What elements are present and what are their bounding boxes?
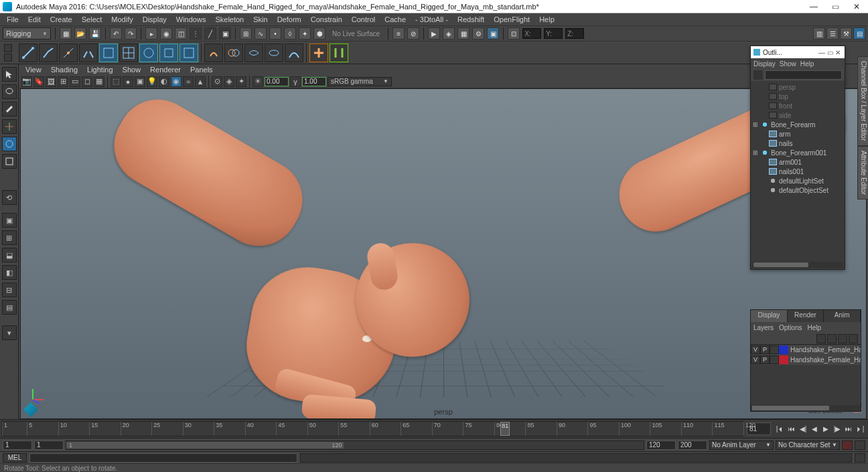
step-back-button[interactable]: ◀| — [798, 424, 808, 435]
wire-deformer-icon[interactable] — [244, 44, 263, 62]
layer-display-type[interactable] — [770, 345, 779, 354]
outliner-item-side[interactable]: side — [752, 110, 843, 120]
camera-select-icon[interactable]: 📷 — [21, 76, 32, 87]
menu-constrain[interactable]: Constrain — [307, 15, 346, 23]
menu-cache[interactable]: Cache — [380, 15, 410, 23]
snap-live-icon[interactable]: ✦ — [299, 27, 311, 40]
script-editor-icon[interactable] — [855, 453, 865, 463]
film-gate-icon[interactable]: ▭ — [70, 76, 80, 87]
viewport[interactable]: persp Symmetry: Off Soft Select: Off — [20, 88, 867, 419]
set-key-icon[interactable] — [855, 441, 865, 450]
range-end-inner-field[interactable]: 120 — [646, 441, 676, 450]
make-live-icon[interactable]: ⬢ — [313, 27, 326, 40]
expand-icon[interactable]: ⊞ — [752, 121, 759, 128]
outliner-minimize-button[interactable]: — — [818, 49, 826, 56]
gate-mask-icon[interactable]: ▦ — [94, 76, 104, 87]
wrap-deformer-icon[interactable] — [265, 44, 283, 62]
outliner-item-bone-forearm[interactable]: ⊞Bone_Forearm — [752, 120, 843, 129]
go-to-start-button[interactable]: |⏴ — [775, 424, 786, 435]
shelf-tab-menu-icon[interactable] — [4, 44, 12, 52]
shelf-edit-icon[interactable] — [4, 54, 12, 62]
wireframe-icon[interactable]: ⬚ — [111, 76, 121, 87]
bookmarks-icon[interactable]: 🔖 — [33, 76, 44, 87]
render-region-icon[interactable]: ▦ — [457, 27, 469, 40]
menu-file[interactable]: File — [3, 15, 23, 23]
close-button[interactable]: ✕ — [852, 2, 861, 11]
select-hierarchy-icon[interactable]: ▸ — [145, 27, 157, 40]
tab-render[interactable]: Render — [788, 310, 824, 322]
grid-toggle-icon[interactable]: ⊞ — [58, 76, 68, 87]
menu-display[interactable]: Display — [139, 15, 171, 23]
maximize-button[interactable]: ▭ — [830, 2, 840, 11]
select-tool-icon[interactable] — [2, 67, 17, 82]
single-pane-icon[interactable]: ▣ — [2, 213, 17, 228]
input-field-icon[interactable]: ⊡ — [508, 27, 520, 40]
last-tool-icon[interactable]: ⟲ — [2, 190, 17, 205]
layer-menu-options[interactable]: Options — [779, 324, 802, 331]
outliner-close-button[interactable]: ✕ — [834, 49, 842, 56]
range-start-outer-field[interactable]: 1 — [3, 441, 32, 450]
orient-joint-icon[interactable] — [99, 44, 118, 62]
layer-menu-layers[interactable]: Layers — [753, 324, 774, 331]
range-end-outer-field[interactable]: 200 — [678, 441, 707, 450]
layer-menu-help[interactable]: Help — [807, 324, 821, 331]
outliner-title-bar[interactable]: Outli... — ▭ ✕ — [751, 46, 845, 58]
joint-tool-icon[interactable] — [19, 44, 38, 62]
xray-icon[interactable]: ◈ — [224, 76, 234, 87]
render-view-icon[interactable]: ▣ — [487, 27, 499, 40]
layer-display-type[interactable] — [770, 356, 779, 364]
anim-layer-dropdown[interactable]: No Anim Layer▼ — [709, 441, 774, 450]
mesh-arm-left[interactable] — [100, 88, 317, 260]
layer-scrollbar[interactable] — [751, 405, 861, 411]
layout-extra-icon[interactable]: ▾ — [2, 325, 17, 340]
move-tool-icon[interactable] — [2, 119, 17, 134]
constraint-point-icon[interactable] — [330, 44, 348, 62]
outliner-menu-show[interactable]: Show — [780, 60, 796, 68]
module-dropdown[interactable]: Rigging ▼ — [3, 27, 51, 40]
nonlinear-icon[interactable] — [285, 44, 303, 62]
expand-icon[interactable]: ⊞ — [752, 149, 759, 156]
outliner-item-nails[interactable]: nails — [752, 139, 843, 148]
image-plane-icon[interactable]: 🖼 — [46, 76, 56, 87]
time-cursor[interactable]: 81 — [500, 422, 510, 436]
motion-blur-icon[interactable]: ≈ — [183, 76, 194, 87]
exposure-field[interactable]: 0.00 — [265, 77, 289, 86]
ik-handle-icon[interactable] — [39, 44, 58, 62]
menu-select[interactable]: Select — [78, 15, 106, 23]
outliner-item-persp[interactable]: persp — [752, 82, 843, 92]
menu-deform[interactable]: Deform — [273, 15, 305, 23]
layer-visibility-toggle[interactable]: V — [751, 356, 760, 364]
select-component-icon[interactable]: ◫ — [175, 27, 187, 40]
layer-row[interactable]: V P Handshake_Female_Hand_ — [751, 345, 861, 355]
layer-color-swatch[interactable] — [779, 345, 788, 354]
menu-3dtoall[interactable]: - 3DtoAll - — [411, 15, 452, 23]
use-lights-icon[interactable]: 💡 — [147, 76, 157, 87]
outliner-menu-display[interactable]: Display — [753, 60, 776, 68]
two-pane-v-icon[interactable]: ◧ — [2, 265, 17, 280]
mesh-finger[interactable] — [301, 394, 377, 419]
menu-help[interactable]: Help — [535, 15, 559, 23]
layer-move-up-icon[interactable] — [816, 334, 826, 343]
time-ruler[interactable]: 1510152025303540455055606570758085909510… — [1, 421, 744, 437]
new-scene-icon[interactable]: ▦ — [60, 27, 72, 40]
command-input[interactable] — [29, 453, 297, 463]
scale-tool-icon[interactable] — [2, 154, 17, 169]
layer-playback-toggle[interactable]: P — [760, 345, 770, 354]
render-frame-icon[interactable]: ▶ — [428, 27, 440, 40]
menu-skin[interactable]: Skin — [249, 15, 271, 23]
colorspace-dropdown[interactable]: sRGB gamma ▼ — [328, 77, 392, 86]
outliner-item-arm[interactable]: arm — [752, 129, 843, 139]
render-settings-icon[interactable]: ⚙ — [472, 27, 484, 40]
layer-move-down-icon[interactable] — [827, 334, 837, 343]
layer-new-empty-icon[interactable] — [838, 334, 847, 343]
menu-modify[interactable]: Modify — [107, 15, 137, 23]
go-to-end-button[interactable]: ⏵| — [855, 424, 865, 435]
step-forward-button[interactable]: |▶ — [832, 424, 843, 435]
panel-menu-panels[interactable]: Panels — [186, 66, 217, 74]
resolution-gate-icon[interactable]: ◻ — [82, 76, 92, 87]
anti-alias-icon[interactable]: ▲ — [195, 76, 206, 87]
outliner-filter-icon[interactable] — [753, 70, 763, 80]
select-face-icon[interactable]: ▣ — [219, 27, 231, 40]
layer-new-selected-icon[interactable] — [849, 334, 858, 343]
panel-menu-renderer[interactable]: Renderer — [146, 66, 185, 74]
